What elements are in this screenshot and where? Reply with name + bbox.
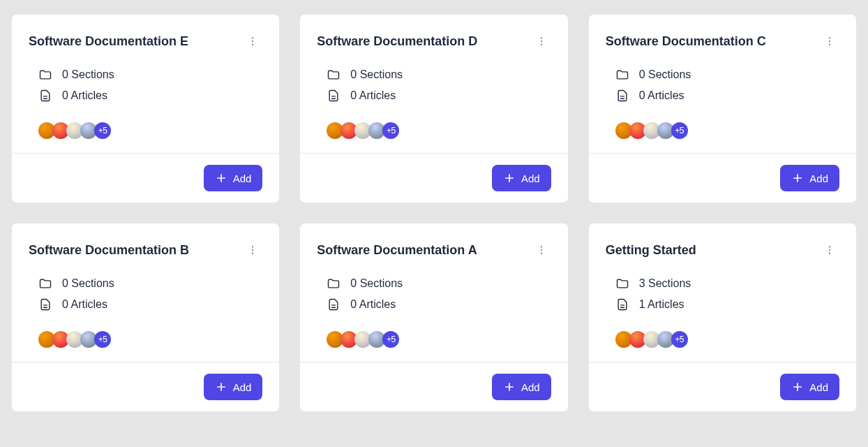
articles-text: 1 Articles	[639, 298, 684, 311]
svg-point-2	[252, 44, 253, 45]
avatar-group: +5	[615, 331, 839, 348]
folder-icon	[615, 277, 629, 291]
more-button[interactable]	[532, 31, 551, 51]
more-button[interactable]	[532, 240, 551, 260]
doc-card: Software Documentation E 0 Sections 0 Ar…	[11, 14, 280, 203]
file-icon	[615, 89, 629, 103]
svg-point-5	[541, 44, 542, 45]
file-icon	[38, 89, 52, 103]
add-button[interactable]: Add	[492, 374, 551, 400]
articles-row: 0 Articles	[615, 89, 839, 103]
folder-icon	[38, 68, 52, 82]
svg-point-7	[829, 41, 830, 42]
file-icon	[38, 298, 52, 312]
svg-point-3	[541, 37, 542, 38]
avatar-group: +5	[327, 122, 551, 139]
doc-card: Software Documentation B 0 Sections 0 Ar…	[11, 223, 280, 412]
svg-point-12	[541, 246, 542, 247]
more-button[interactable]	[820, 240, 839, 260]
articles-text: 0 Articles	[350, 89, 396, 102]
avatar-group: +5	[327, 331, 551, 348]
sections-text: 0 Sections	[350, 68, 403, 81]
articles-row: 1 Articles	[615, 298, 839, 312]
svg-point-8	[829, 44, 830, 45]
avatar-overflow[interactable]: +5	[382, 331, 399, 348]
svg-point-1	[252, 41, 253, 42]
avatar-overflow[interactable]: +5	[382, 122, 399, 139]
card-title: Software Documentation A	[317, 243, 477, 258]
avatar-overflow[interactable]: +5	[671, 331, 688, 348]
sections-row: 0 Sections	[327, 68, 551, 82]
plus-icon	[215, 381, 227, 393]
add-button[interactable]: Add	[204, 374, 263, 400]
articles-text: 0 Articles	[639, 89, 684, 102]
svg-point-0	[252, 37, 253, 38]
add-label: Add	[233, 381, 252, 393]
add-button[interactable]: Add	[204, 165, 263, 191]
dots-vertical-icon	[247, 244, 258, 256]
articles-text: 0 Articles	[62, 298, 107, 311]
add-label: Add	[521, 381, 540, 393]
plus-icon	[503, 381, 516, 393]
more-button[interactable]	[820, 31, 839, 51]
articles-row: 0 Articles	[327, 89, 551, 103]
add-label: Add	[233, 173, 252, 184]
svg-point-14	[541, 253, 542, 254]
doc-card: Software Documentation A 0 Sections 0 Ar…	[299, 223, 568, 412]
plus-icon	[215, 172, 227, 184]
articles-text: 0 Articles	[350, 298, 396, 311]
card-title: Software Documentation E	[29, 34, 188, 49]
avatar-overflow[interactable]: +5	[94, 331, 111, 348]
card-title: Software Documentation C	[606, 34, 766, 49]
svg-point-4	[541, 41, 542, 42]
plus-icon	[503, 172, 516, 184]
sections-row: 0 Sections	[615, 68, 839, 82]
sections-text: 0 Sections	[62, 277, 114, 290]
svg-point-6	[829, 37, 830, 38]
dots-vertical-icon	[247, 36, 258, 47]
svg-point-13	[541, 249, 542, 251]
sections-row: 3 Sections	[615, 277, 839, 291]
articles-row: 0 Articles	[38, 298, 262, 312]
doc-card: Software Documentation C 0 Sections 0 Ar…	[588, 14, 857, 203]
avatar-overflow[interactable]: +5	[671, 122, 688, 139]
articles-text: 0 Articles	[62, 89, 107, 102]
add-button[interactable]: Add	[780, 165, 839, 191]
file-icon	[327, 89, 341, 103]
add-label: Add	[521, 173, 540, 184]
svg-point-15	[829, 246, 830, 247]
articles-row: 0 Articles	[327, 298, 551, 312]
avatar-group: +5	[615, 122, 839, 139]
file-icon	[615, 298, 629, 312]
file-icon	[327, 298, 341, 312]
card-title: Software Documentation D	[317, 34, 477, 49]
sections-row: 0 Sections	[327, 277, 551, 291]
sections-row: 0 Sections	[38, 277, 262, 291]
add-label: Add	[809, 381, 828, 393]
add-button[interactable]: Add	[492, 165, 551, 191]
dots-vertical-icon	[824, 244, 835, 256]
articles-row: 0 Articles	[38, 89, 262, 103]
dots-vertical-icon	[824, 36, 835, 47]
svg-point-16	[829, 249, 830, 251]
sections-row: 0 Sections	[38, 68, 262, 82]
add-button[interactable]: Add	[780, 374, 839, 400]
sections-text: 3 Sections	[639, 277, 691, 290]
card-title: Software Documentation B	[29, 243, 189, 258]
more-button[interactable]	[243, 31, 262, 51]
doc-card: Getting Started 3 Sections 1 Articles +5	[588, 223, 857, 412]
folder-icon	[327, 277, 341, 291]
more-button[interactable]	[243, 240, 262, 260]
add-label: Add	[809, 173, 828, 184]
card-title: Getting Started	[606, 243, 696, 258]
avatar-overflow[interactable]: +5	[94, 122, 111, 139]
sections-text: 0 Sections	[62, 68, 114, 81]
dots-vertical-icon	[536, 244, 547, 256]
folder-icon	[327, 68, 341, 82]
dots-vertical-icon	[536, 36, 547, 47]
sections-text: 0 Sections	[639, 68, 691, 81]
svg-point-10	[252, 249, 253, 251]
plus-icon	[791, 381, 804, 393]
folder-icon	[38, 277, 52, 291]
svg-point-17	[829, 253, 830, 254]
